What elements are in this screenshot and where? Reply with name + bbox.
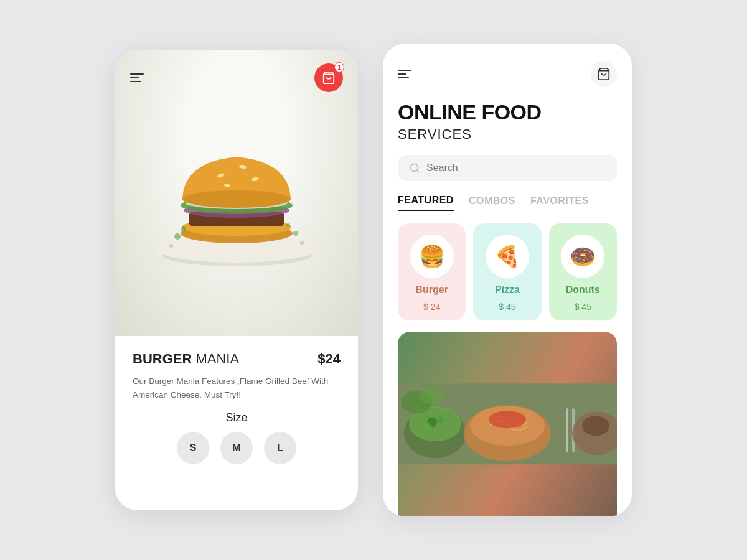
food-card-donuts[interactable]: 🍩 Donuts $ 45	[549, 223, 617, 320]
svg-rect-33	[566, 409, 568, 452]
food-card-pizza[interactable]: 🍕 Pizza $ 45	[473, 223, 541, 320]
cart-icon	[322, 71, 336, 85]
left-top-bar: 1	[130, 63, 343, 92]
svg-point-36	[582, 416, 609, 436]
cart-badge: 1	[334, 62, 344, 72]
cart-outline-icon	[597, 67, 611, 81]
tabs-row: FEATURED COMBOS FAVORITES	[398, 195, 617, 211]
item-title: BURGER MANIA	[133, 351, 239, 367]
bottom-banner	[398, 332, 617, 516]
size-button-s[interactable]: S	[177, 432, 209, 464]
food-card-burger[interactable]: 🍔 Burger $ 24	[398, 223, 466, 320]
svg-point-14	[293, 231, 298, 236]
cart-button-red[interactable]: 1	[314, 63, 343, 92]
donuts-price: $ 45	[575, 302, 591, 312]
search-bar[interactable]	[398, 155, 617, 181]
svg-point-32	[420, 388, 444, 405]
size-label: Size	[133, 411, 341, 424]
tab-featured[interactable]: FEATURED	[398, 195, 454, 211]
food-banner-overlay	[398, 332, 617, 516]
item-name-bold: BURGER	[133, 351, 192, 366]
svg-point-15	[169, 244, 173, 248]
left-card-body: BURGER MANIA $24 Our Burger Mania Featur…	[115, 336, 358, 510]
donuts-icon-circle: 🍩	[561, 235, 604, 278]
svg-point-27	[423, 423, 432, 432]
svg-point-17	[181, 226, 186, 231]
svg-point-18	[286, 223, 290, 227]
pizza-price: $ 45	[499, 302, 515, 312]
svg-point-16	[300, 241, 304, 245]
tab-combos[interactable]: COMBOS	[469, 195, 515, 210]
item-description: Our Burger Mania Features ,Flame Grilled…	[133, 375, 341, 401]
size-button-m[interactable]: M	[220, 432, 253, 464]
svg-point-13	[174, 233, 181, 240]
left-detail-card: 1 BURGER MANIA $24 Our Burger Mania Feat…	[115, 50, 358, 510]
item-price: $24	[317, 351, 341, 367]
donuts-name: Donuts	[566, 284, 600, 296]
burger-illustration	[146, 112, 327, 274]
pizza-icon-circle: 🍕	[486, 235, 529, 278]
search-input[interactable]	[426, 162, 606, 174]
size-options: S M L	[133, 432, 341, 464]
search-icon	[409, 162, 420, 174]
item-name-regular: MANIA	[192, 351, 239, 366]
svg-point-8	[182, 190, 291, 208]
cart-button-outline[interactable]	[591, 61, 617, 87]
size-button-l[interactable]: L	[264, 432, 296, 464]
food-cards-row: 🍔 Burger $ 24 🍕 Pizza $ 45 🍩 Donuts $ 45	[398, 223, 617, 320]
food-banner-svg	[398, 332, 617, 516]
right-top-bar	[398, 61, 617, 87]
burger-price: $ 24	[423, 302, 440, 312]
svg-point-30	[489, 411, 526, 429]
left-menu-button[interactable]	[130, 73, 144, 82]
burger-icon-circle: 🍔	[410, 235, 454, 278]
burger-plate-visual	[115, 50, 358, 336]
right-menu-button[interactable]	[398, 70, 411, 78]
main-subtitle: SERVICES	[398, 126, 617, 142]
item-title-row: BURGER MANIA $24	[133, 351, 341, 367]
main-title: ONLINE FOOD	[398, 101, 617, 124]
burger-name: Burger	[415, 284, 448, 296]
tab-favorites[interactable]: FAVORITES	[530, 195, 589, 210]
burger-image-area: 1	[115, 50, 358, 336]
right-home-card: ONLINE FOOD SERVICES FEATURED COMBOS FAV…	[383, 44, 632, 516]
svg-point-26	[436, 416, 444, 424]
pizza-name: Pizza	[495, 284, 520, 296]
